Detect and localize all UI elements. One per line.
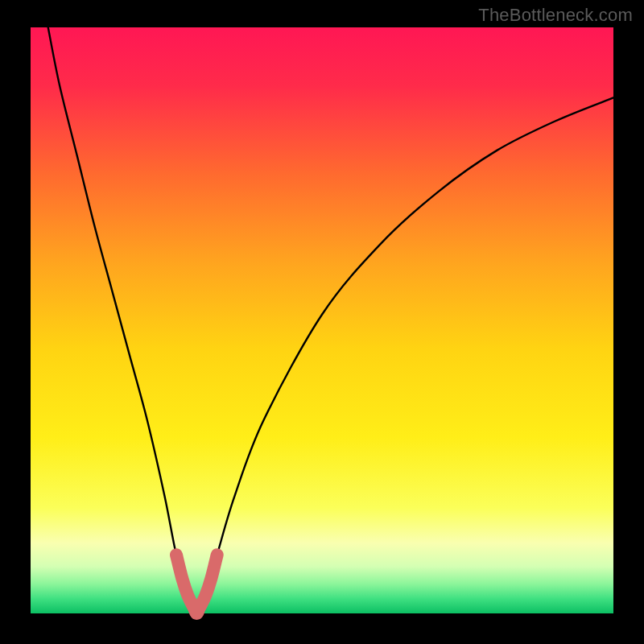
- bottleneck-chart: [0, 0, 644, 644]
- watermark-text: TheBottleneck.com: [478, 5, 633, 26]
- plot-background: [31, 27, 613, 613]
- chart-frame: TheBottleneck.com: [0, 0, 644, 644]
